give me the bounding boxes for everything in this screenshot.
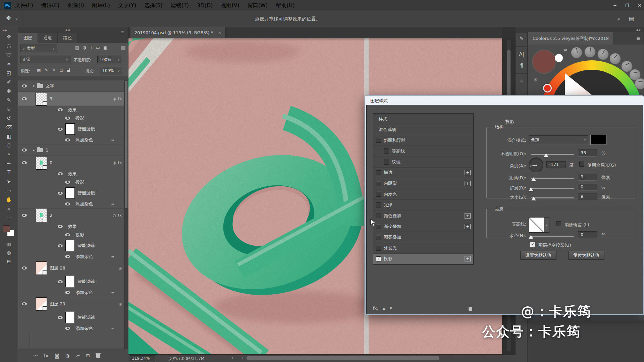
layer-row[interactable]: 智能滤镜 [18, 186, 128, 200]
visibility-eye-icon[interactable] [58, 108, 63, 111]
layer-row[interactable]: 效果 [18, 222, 128, 231]
layer-thumbnail[interactable] [36, 156, 47, 170]
magic-wand-tool[interactable]: ✶ [2, 60, 16, 69]
opacity-field[interactable]: 35 [578, 149, 597, 157]
layer-row[interactable]: 添加杂色 ≂ [18, 200, 128, 208]
layer-name[interactable]: 添加杂色 [75, 325, 93, 331]
brush-settings-icon[interactable]: ✎ [516, 33, 528, 44]
menu-item[interactable]: 图像(I) [67, 2, 84, 9]
eraser-tool[interactable]: ⌫ [2, 123, 16, 132]
visibility-eye-icon[interactable] [58, 172, 63, 175]
workspace-icon[interactable]: ▤ [629, 15, 634, 22]
filter-blend-icon[interactable]: ≂ [111, 326, 114, 331]
layer-name[interactable]: 投影 [75, 232, 84, 238]
filter-shape-icon[interactable]: ▭ [96, 45, 100, 50]
layer-thumbnail[interactable] [36, 92, 47, 106]
swap-colors-icon[interactable]: ⇄ [564, 47, 567, 52]
layer-row[interactable]: 图层 28 ◎ ˄ [18, 261, 128, 275]
layer-row[interactable]: 智能滤镜 [18, 275, 128, 288]
zoom-tool[interactable]: ⌕ [2, 204, 16, 214]
layer-row[interactable]: 投影 [18, 114, 128, 122]
menu-item[interactable]: 选择(S) [144, 2, 163, 9]
crop-tool[interactable]: ◰ [2, 69, 16, 78]
visibility-eye-icon[interactable] [65, 255, 70, 258]
coolorus-knob[interactable] [571, 47, 582, 58]
zoom-level-field[interactable]: 119.34% [130, 355, 155, 361]
layer-row[interactable]: 添加杂色 ≂ [18, 324, 128, 333]
reset-default-button[interactable]: 复位为默认值 [568, 251, 604, 260]
link-layers-icon[interactable]: ⚯ [34, 353, 38, 358]
filter-smartobject-icon[interactable]: ▣ [103, 45, 107, 50]
layer-name[interactable]: 效果 [68, 107, 77, 113]
expand-arrow-icon[interactable]: ▾ [33, 84, 35, 88]
filter-blend-icon[interactable]: ≂ [111, 254, 114, 259]
layer-name[interactable]: 1 [46, 147, 48, 153]
lock-transparent-icon[interactable]: ▦ [37, 68, 41, 72]
new-layer-icon[interactable]: ⊞ [86, 353, 90, 358]
menu-item[interactable]: 视图(V) [221, 2, 239, 9]
move-tool[interactable]: ✥ [2, 33, 16, 42]
panel-menu-icon[interactable]: ≡ [121, 29, 125, 35]
panel-tab[interactable]: 通道 [38, 33, 58, 43]
layer-name[interactable]: 图层 29 [50, 301, 65, 307]
angle-field[interactable]: -171 [546, 161, 566, 168]
distance-slider[interactable] [531, 178, 574, 179]
layer-row[interactable]: 2 ◎ fx ˄ [18, 208, 128, 222]
visibility-eye-icon[interactable] [22, 148, 27, 152]
layer-name[interactable]: 智能滤镜 [77, 314, 95, 320]
menu-item[interactable]: 滤镜(T) [171, 2, 189, 9]
grid-icon[interactable]: ⊞ [7, 259, 11, 264]
layer-row[interactable]: 投影 [18, 178, 128, 186]
menu-item[interactable]: 文件(F) [15, 2, 33, 9]
status-chevron-icon[interactable]: › [232, 356, 234, 360]
screen-mode-icon[interactable]: ◍ [7, 250, 11, 255]
layer-thumbnail[interactable] [65, 240, 75, 251]
size-slider[interactable] [531, 197, 574, 198]
layer-row[interactable]: 图层 29 ◎ ˄ [18, 297, 128, 311]
layer-name[interactable]: 投影 [75, 179, 84, 185]
visibility-eye-icon[interactable] [22, 266, 27, 269]
visibility-eye-icon[interactable] [58, 192, 63, 195]
visibility-eye-icon[interactable] [58, 244, 63, 247]
antialias-checkbox[interactable] [556, 221, 561, 226]
gradient-tool[interactable]: ◧ [2, 132, 16, 141]
tool-preset-caret-icon[interactable]: ∨ [15, 17, 18, 21]
lock-position-icon[interactable]: ✥ [52, 68, 55, 72]
layer-thumbnail[interactable] [36, 261, 47, 275]
visibility-eye-icon[interactable] [22, 161, 27, 164]
layer-row[interactable]: ▾ 文字 [18, 80, 128, 92]
layer-name[interactable]: 智能滤镜 [77, 243, 95, 249]
layer-thumbnail[interactable] [65, 123, 75, 135]
noise-field[interactable]: 0 [578, 231, 597, 238]
angle-dial[interactable] [529, 158, 543, 172]
visibility-eye-icon[interactable] [65, 233, 70, 236]
document-size-info[interactable]: 文档:7.03M/31.7M [169, 356, 204, 362]
visibility-eye-icon[interactable] [22, 97, 27, 100]
set-default-button[interactable]: 设置为默认值 [520, 251, 556, 260]
visibility-eye-icon[interactable] [58, 316, 63, 319]
visibility-eye-icon[interactable] [22, 302, 27, 305]
visibility-eye-icon[interactable] [58, 280, 63, 283]
filter-blend-icon[interactable]: ≂ [111, 202, 114, 206]
hscroll-left-arrow-icon[interactable]: ‹ [242, 356, 244, 360]
current-color-swatch[interactable] [532, 50, 556, 74]
layer-name[interactable]: 添加杂色 [75, 201, 93, 207]
healing-brush-tool[interactable]: ✚ [2, 87, 16, 96]
distance-field[interactable]: 9 [578, 174, 597, 181]
filter-type-icon[interactable]: T [90, 45, 93, 50]
layer-row[interactable]: 智能滤镜 [18, 122, 128, 136]
visibility-eye-icon[interactable] [65, 202, 70, 205]
restore-button[interactable]: ❐ [625, 3, 629, 8]
tab-close-icon[interactable]: × [218, 30, 221, 35]
layer-name[interactable]: 0 [50, 160, 52, 165]
layer-row[interactable]: 智能滤镜 [18, 239, 128, 252]
filter-blend-icon[interactable]: ≂ [111, 138, 114, 142]
menu-item[interactable]: 窗口(W) [248, 2, 268, 9]
coolorus-knob[interactable] [597, 49, 609, 60]
global-light-checkbox[interactable] [579, 162, 584, 167]
character-panel-icon[interactable]: A| [516, 49, 528, 60]
layer-row[interactable]: 9 ◎ fx ˄ [18, 92, 128, 106]
lock-all-icon[interactable] [67, 70, 70, 72]
brightness-icon[interactable]: ☀ [533, 77, 538, 83]
search-icon[interactable]: ⌕ [617, 15, 620, 22]
